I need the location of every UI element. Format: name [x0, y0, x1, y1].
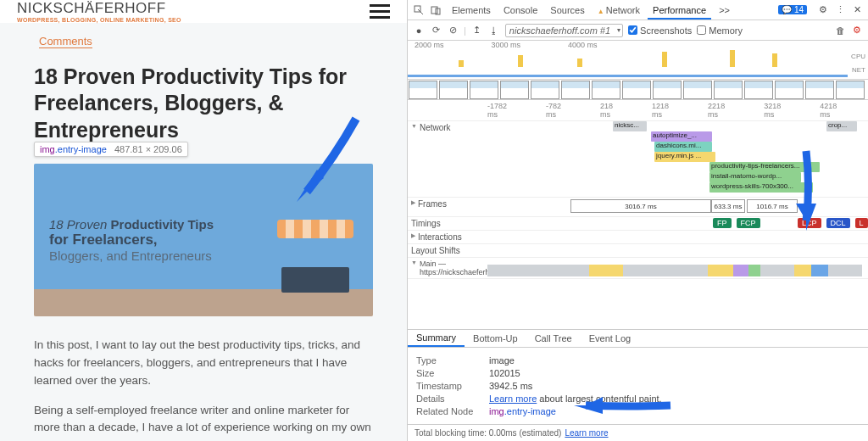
para-2: Being a self-employed freelance writer a… [34, 402, 373, 441]
tooltip-dims: 487.81 × 209.06 [114, 144, 182, 154]
tab-bottom-up[interactable]: Bottom-Up [465, 333, 526, 343]
hero-l2: for Freelancers, [49, 232, 214, 248]
overview-strip[interactable]: 2000 ms 3000 ms 4000 ms CPU NET [408, 41, 868, 80]
reload-icon[interactable]: ⟳ [430, 25, 442, 36]
svg-rect-2 [431, 7, 437, 14]
logo-tagline: WORDPRESS, BLOGGING, ONLINE MARKETING, S… [17, 17, 181, 23]
summary-type: image [489, 355, 515, 366]
hero-l3: Bloggers, and Entrepreneurs [49, 248, 214, 263]
tabs-overflow[interactable]: >> [714, 5, 735, 15]
record-icon[interactable]: ● [413, 25, 425, 36]
logo-name: NICKSCHÄFERHOFF [17, 0, 181, 17]
device-toggle-icon[interactable] [430, 4, 442, 16]
network-bar[interactable]: crop... [826, 121, 857, 131]
frames-track[interactable]: ▶Frames 3016.7 ms633.3 ms1016.7 ms [408, 198, 868, 217]
overview-net-label: NET [852, 66, 865, 74]
learn-more-link[interactable]: Learn more [489, 394, 537, 404]
element-tooltip: img.entry-image 487.81 × 209.06 [34, 142, 188, 157]
devtools-tabbar: Elements Console Sources Network Perform… [408, 0, 868, 20]
timing-chip[interactable]: DCL [826, 218, 850, 228]
network-bar[interactable]: install-matomo-wordp... [709, 172, 801, 182]
devtools-panel: Elements Console Sources Network Perform… [407, 0, 868, 441]
ov-tick: 2000 ms [415, 41, 444, 49]
para-1: In this post, I want to lay out the best… [34, 337, 373, 390]
article-body: In this post, I want to lay out the best… [34, 337, 373, 441]
timing-chip[interactable]: L [855, 218, 868, 228]
article-title: 18 Proven Productivity Tips for Freelanc… [34, 64, 373, 143]
comments-link[interactable]: Comments [39, 35, 92, 48]
related-node-tag[interactable]: img [489, 406, 504, 416]
ov-tick: 4000 ms [568, 41, 598, 49]
summary-panel: Typeimage Size102015 Timestamp3942.5 ms … [408, 348, 868, 424]
page-header: NICKSCHÄFERHOFF WORDPRESS, BLOGGING, ONL… [0, 0, 407, 23]
tooltip-tag: img [40, 144, 55, 154]
footer-learn-more[interactable]: Learn more [565, 428, 608, 438]
clear-icon[interactable]: ⊘ [447, 25, 459, 36]
frame-box[interactable]: 633.3 ms [711, 199, 745, 213]
network-bar[interactable]: jquery.min.js ... [654, 152, 715, 162]
summary-tabs: Summary Bottom-Up Call Tree Event Log [408, 329, 868, 348]
timing-chip[interactable]: LCP [798, 218, 821, 228]
tab-sources[interactable]: Sources [545, 5, 589, 15]
hero-l1-bold: Productivity Tips [111, 217, 214, 232]
tab-console[interactable]: Console [498, 5, 542, 15]
tab-elements[interactable]: Elements [447, 5, 496, 15]
flame-chart[interactable]: -1782 ms-782 ms218 ms1218 ms2218 ms3218 … [408, 100, 868, 329]
devtools-tabs: Elements Console Sources Network Perform… [447, 5, 735, 15]
tab-event-log[interactable]: Event Log [581, 333, 640, 343]
kebab-icon[interactable]: ⋮ [834, 4, 846, 16]
capture-settings-icon[interactable]: ⚙ [851, 25, 863, 36]
interactions-track[interactable]: ▶Interactions [408, 231, 868, 244]
hamburger-menu-icon[interactable] [370, 4, 390, 19]
hero-image: 18 Proven Productivity Tips for Freelanc… [34, 164, 373, 316]
screenshots-checkbox[interactable]: Screenshots [628, 25, 692, 36]
perf-toolbar: ● ⟳ ⊘ | ↥ ⭳ nickschaeferhoff.com #1 Scre… [408, 20, 868, 41]
network-track[interactable]: ▼Network nicksc...autoptimize_...dashico… [408, 121, 868, 198]
settings-icon[interactable]: ⚙ [817, 4, 829, 16]
tab-performance[interactable]: Performance [648, 5, 711, 20]
close-icon[interactable]: ✕ [851, 4, 863, 16]
webpage-pane: NICKSCHÄFERHOFF WORDPRESS, BLOGGING, ONL… [0, 0, 407, 441]
main-track[interactable]: ▼Main — https://nickschaeferhoff.com/ [408, 258, 868, 279]
frame-box[interactable]: 1016.7 ms [747, 199, 798, 213]
layout-shifts-track[interactable]: Layout Shifts [408, 244, 868, 258]
tab-call-tree[interactable]: Call Tree [526, 333, 581, 343]
ov-tick: 3000 ms [492, 41, 521, 49]
network-bar[interactable]: wordpress-skills-700x300... [709, 182, 813, 193]
network-bar[interactable]: dashicons.mi... [654, 142, 712, 152]
hero-l1-prefix: 18 Proven [49, 217, 107, 232]
blocking-time: Total blocking time: 0.00ms (estimated) [415, 428, 561, 438]
time-ruler: -1782 ms-782 ms218 ms1218 ms2218 ms3218 … [408, 100, 868, 121]
tab-network[interactable]: Network [593, 5, 645, 15]
trash-icon[interactable]: 🗑 [834, 25, 846, 36]
related-node-class[interactable]: .entry-image [504, 406, 556, 416]
frame-box[interactable]: 3016.7 ms [570, 199, 711, 213]
issues-badge[interactable]: 💬 14 [778, 5, 807, 14]
summary-size: 102015 [489, 368, 520, 378]
site-logo[interactable]: NICKSCHÄFERHOFF WORDPRESS, BLOGGING, ONL… [17, 0, 181, 23]
memory-checkbox[interactable]: Memory [697, 25, 743, 36]
screenshot-thumbnails[interactable] [408, 80, 868, 100]
timing-chip[interactable]: FP [713, 218, 732, 228]
network-bar[interactable]: autoptimize_... [651, 131, 712, 142]
timings-track[interactable]: Timings FPFCP LCPDCLL [408, 217, 868, 231]
summary-timestamp: 3942.5 ms [489, 381, 532, 391]
article: Comments 18 Proven Productivity Tips for… [0, 26, 407, 441]
upload-icon[interactable]: ↥ [471, 25, 483, 36]
recording-dropdown[interactable]: nickschaeferhoff.com #1 [505, 24, 623, 37]
inspect-icon[interactable] [413, 4, 425, 16]
timing-chip[interactable]: FCP [737, 218, 760, 228]
tooltip-class: .entry-image [55, 144, 107, 154]
download-icon[interactable]: ⭳ [488, 25, 500, 36]
network-bar[interactable]: nicksc... [613, 121, 647, 131]
devtools-footer: Total blocking time: 0.00ms (estimated) … [408, 424, 868, 441]
hero-illustration [273, 215, 358, 299]
hero-text: 18 Proven Productivity Tips for Freelanc… [49, 217, 214, 263]
tab-summary[interactable]: Summary [408, 330, 465, 347]
overview-cpu-label: CPU [851, 53, 865, 60]
network-bar[interactable]: productivity-tips-freelancers... [709, 162, 820, 172]
